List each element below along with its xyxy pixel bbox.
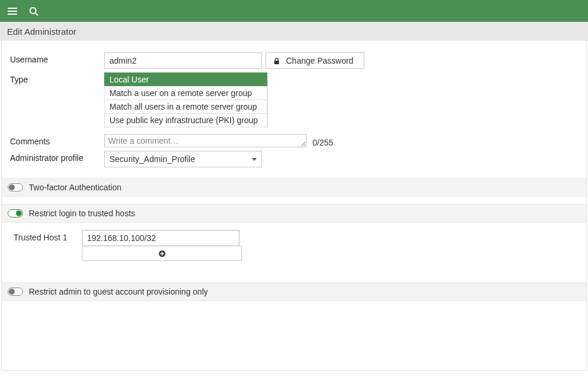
search-icon[interactable] (28, 6, 39, 16)
section-restrict-guest: Restrict admin to guest account provisio… (2, 282, 586, 301)
lock-icon (273, 57, 280, 64)
username-label: Username (10, 52, 104, 64)
trusted-hosts-label: Restrict login to trusted hosts (29, 209, 135, 218)
trusted-hosts-body: Trusted Host 1 (10, 223, 578, 270)
svg-line-4 (35, 13, 38, 15)
svg-point-3 (30, 8, 36, 14)
type-option-remote-user[interactable]: Match a user on a remote server group (104, 86, 267, 100)
svg-rect-2 (8, 14, 17, 15)
trusted-host-1-label: Trusted Host 1 (14, 230, 74, 242)
two-factor-toggle[interactable] (8, 183, 23, 192)
comments-label: Comments (10, 134, 104, 146)
plus-icon (158, 250, 166, 257)
username-input[interactable] (104, 52, 262, 69)
type-option-local-user[interactable]: Local User (104, 72, 267, 86)
chevron-down-icon (252, 158, 257, 161)
two-factor-label: Two-factor Authentication (29, 183, 121, 192)
row-comments: Comments 0/255 (10, 134, 578, 147)
trusted-hosts-toggle[interactable] (8, 209, 23, 217)
trusted-host-1-input[interactable] (82, 230, 240, 246)
comments-input[interactable] (104, 134, 307, 147)
change-password-label: Change Password (286, 56, 353, 65)
restrict-guest-label: Restrict admin to guest account provisio… (29, 287, 208, 296)
restrict-guest-toggle[interactable] (8, 288, 23, 296)
add-trusted-host-button[interactable] (82, 246, 242, 261)
topbar (0, 0, 588, 22)
type-option-remote-all[interactable]: Match all users in a remote server group (104, 100, 267, 113)
profile-value: Security_Admin_Profile (109, 154, 195, 164)
type-option-pki-group[interactable]: Use public key infrastructure (PKI) grou… (104, 113, 267, 127)
page-title-bar: Edit Administrator (0, 22, 588, 41)
change-password-button[interactable]: Change Password (265, 52, 364, 69)
row-type: Type Local User Match a user on a remote… (10, 72, 578, 127)
section-two-factor: Two-factor Authentication (2, 178, 586, 197)
profile-label: Administrator profile (10, 151, 104, 163)
svg-rect-5 (274, 61, 279, 64)
svg-rect-8 (160, 253, 164, 254)
type-options: Local User Match a user on a remote serv… (104, 72, 268, 127)
profile-select[interactable]: Security_Admin_Profile (104, 151, 262, 167)
hamburger-icon[interactable] (7, 6, 18, 16)
type-label: Type (10, 72, 104, 84)
section-trusted-hosts: Restrict login to trusted hosts (2, 204, 586, 223)
row-username: Username Change Password (10, 52, 578, 69)
svg-rect-1 (8, 11, 17, 12)
svg-rect-0 (8, 8, 17, 9)
page-title: Edit Administrator (7, 27, 77, 37)
edit-admin-form: Username Change Password Type Local User… (1, 41, 587, 371)
comments-counter: 0/255 (310, 134, 333, 147)
row-profile: Administrator profile Security_Admin_Pro… (10, 151, 578, 167)
